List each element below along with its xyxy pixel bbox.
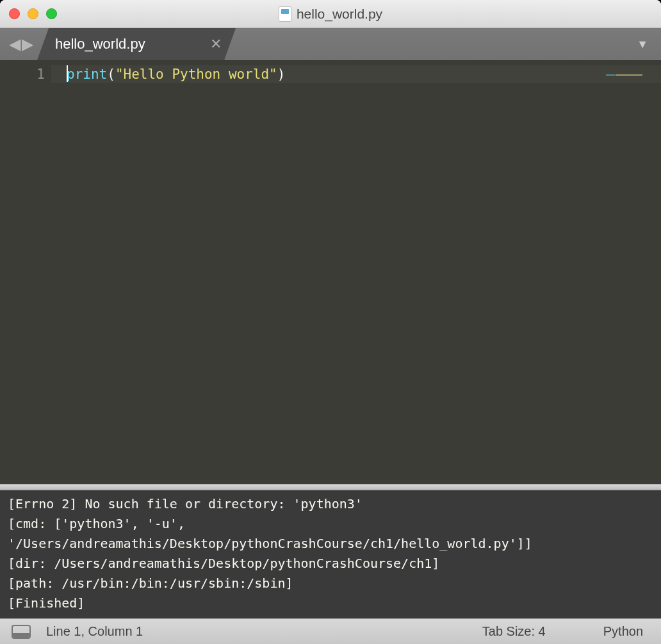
minimap[interactable] bbox=[606, 64, 657, 70]
output-line: [cmd: ['python3', '-u', '/Users/andreama… bbox=[8, 516, 532, 551]
line-number: 1 bbox=[0, 65, 45, 83]
active-line-highlight bbox=[51, 65, 661, 83]
minimize-window-button[interactable] bbox=[28, 8, 38, 19]
file-icon bbox=[279, 6, 291, 22]
tab-bar: ◀ ▶ hello_world.py ✕ ▼ bbox=[0, 28, 661, 60]
close-window-button[interactable] bbox=[9, 8, 20, 19]
line-gutter: 1 bbox=[0, 60, 51, 484]
text-cursor bbox=[67, 65, 68, 82]
output-line: [Errno 2] No such file or directory: 'py… bbox=[8, 496, 363, 511]
close-tab-icon[interactable]: ✕ bbox=[210, 36, 222, 52]
output-line: [dir: /Users/andreamathis/Desktop/python… bbox=[8, 556, 439, 571]
panel-divider[interactable] bbox=[0, 484, 661, 490]
cursor-position[interactable]: Line 1, Column 1 bbox=[46, 624, 482, 639]
code-editor[interactable]: 1 print("Hello Python world") bbox=[0, 60, 661, 484]
nav-arrows: ◀ ▶ bbox=[0, 28, 42, 60]
output-line: [Finished] bbox=[8, 595, 85, 611]
chevron-down-icon: ▼ bbox=[637, 38, 648, 51]
file-tab[interactable]: hello_world.py ✕ bbox=[37, 28, 236, 60]
status-bar: Line 1, Column 1 Tab Size: 4 Python bbox=[0, 618, 661, 644]
window-controls bbox=[0, 8, 57, 19]
tab-title: hello_world.py bbox=[55, 36, 191, 52]
tab-size-selector[interactable]: Tab Size: 4 bbox=[482, 624, 546, 639]
titlebar: hello_world.py bbox=[0, 0, 661, 28]
build-output-panel[interactable]: [Errno 2] No such file or directory: 'py… bbox=[0, 490, 661, 618]
forward-arrow-icon[interactable]: ▶ bbox=[22, 35, 33, 53]
minimap-segment bbox=[606, 74, 615, 76]
language-selector[interactable]: Python bbox=[603, 624, 643, 639]
window-title-text: hello_world.py bbox=[297, 6, 382, 22]
tab-dropdown[interactable]: ▼ bbox=[637, 28, 661, 60]
maximize-window-button[interactable] bbox=[46, 8, 57, 19]
toggle-panel-icon[interactable] bbox=[12, 625, 31, 639]
back-arrow-icon[interactable]: ◀ bbox=[9, 35, 20, 53]
editor-window: hello_world.py ◀ ▶ hello_world.py ✕ ▼ 1 … bbox=[0, 0, 661, 644]
code-area[interactable]: print("Hello Python world") bbox=[51, 60, 661, 484]
minimap-segment bbox=[616, 74, 642, 76]
window-title: hello_world.py bbox=[0, 6, 661, 22]
output-line: [path: /usr/bin:/bin:/usr/sbin:/sbin] bbox=[8, 576, 293, 591]
